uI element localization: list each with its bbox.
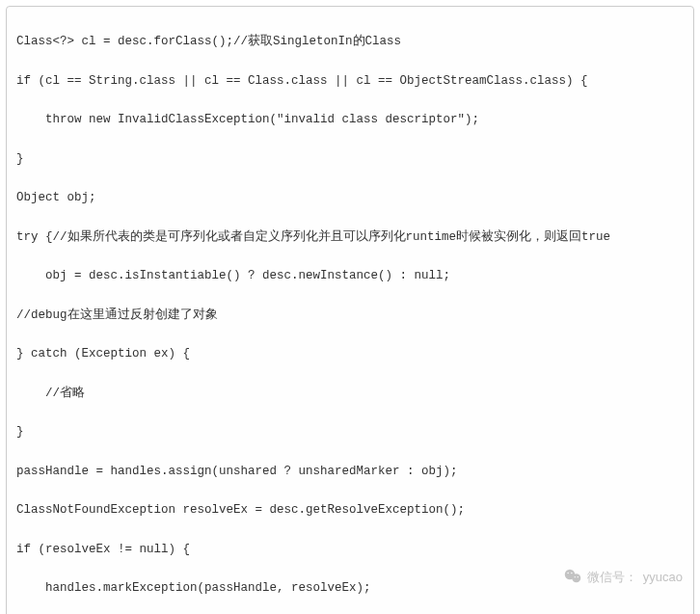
code-line: //debug在这里通过反射创建了对象 — [16, 306, 684, 325]
code-line: passHandle = handles.assign(unshared ? u… — [16, 462, 684, 481]
code-line: try {//如果所代表的类是可序列化或者自定义序列化并且可以序列化runtim… — [16, 227, 684, 247]
code-line: //省略 — [16, 384, 684, 403]
code-line: throw new InvalidClassException("invalid… — [16, 110, 684, 129]
code-line: handles.markException(passHandle, resolv… — [16, 578, 684, 598]
code-line: obj = desc.isInstantiable() ? desc.newIn… — [16, 266, 684, 285]
code-line: } — [16, 422, 684, 441]
code-line: if (cl == String.class || cl == Class.cl… — [16, 71, 684, 91]
code-line: Class<?> cl = desc.forClass();//获取Single… — [16, 32, 684, 51]
code-line: Object obj; — [16, 188, 684, 207]
code-line: if (resolveEx != null) { — [16, 540, 684, 559]
code-block: Class<?> cl = desc.forClass();//获取Single… — [6, 6, 694, 614]
code-line: } catch (Exception ex) { — [16, 344, 684, 363]
code-line: ClassNotFoundException resolveEx = desc.… — [16, 500, 684, 520]
code-line: } — [16, 149, 684, 169]
